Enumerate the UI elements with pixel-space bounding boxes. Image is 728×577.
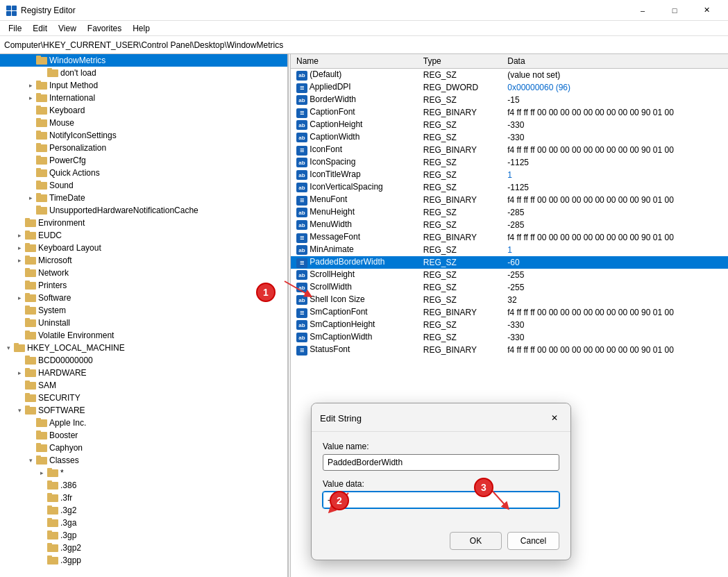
maximize-button[interactable]: □ bbox=[659, 0, 691, 21]
tree-expander-icon[interactable]: ▸ bbox=[25, 92, 36, 103]
tree-item[interactable]: Apple Inc. bbox=[0, 417, 287, 429]
tree-item[interactable]: Personalization bbox=[0, 142, 287, 154]
tree-expander-icon[interactable] bbox=[14, 217, 25, 228]
table-row[interactable]: ab CaptionWidthREG_SZ-330 bbox=[291, 131, 728, 144]
menu-view[interactable]: View bbox=[53, 22, 82, 35]
tree-item[interactable]: SAM bbox=[0, 379, 287, 392]
table-row[interactable]: ☰ MessageFontREG_BINARYf4 ff ff ff 00 00… bbox=[291, 231, 728, 244]
tree-expander-icon[interactable]: ▸ bbox=[14, 255, 25, 266]
tree-item[interactable]: ▸Keyboard Layout bbox=[0, 242, 287, 254]
tree-item[interactable]: .3g2 bbox=[0, 504, 287, 517]
table-row[interactable]: ab (Default)REG_SZ(value not set) bbox=[291, 69, 728, 81]
table-row[interactable]: ab CaptionHeightREG_SZ-330 bbox=[291, 119, 728, 131]
tree-item[interactable]: SECURITY bbox=[0, 392, 287, 404]
tree-expander-icon[interactable]: ▸ bbox=[14, 367, 25, 378]
cancel-button[interactable]: Cancel bbox=[507, 532, 559, 550]
tree-item[interactable]: Uninstall bbox=[0, 317, 287, 329]
tree-item[interactable]: NotifyIconSettings bbox=[0, 129, 287, 142]
tree-expander-icon[interactable]: ▸ bbox=[14, 242, 25, 253]
tree-expander-icon[interactable] bbox=[14, 392, 25, 403]
tree-item[interactable]: ▸Software bbox=[0, 292, 287, 304]
tree-expander-icon[interactable] bbox=[36, 480, 47, 491]
table-row[interactable]: ☰ StatusFontREG_BINARYf4 ff ff ff 00 00 … bbox=[291, 344, 728, 356]
table-row[interactable]: ab MinAnimateREG_SZ1 bbox=[291, 244, 728, 256]
value-name-input[interactable] bbox=[323, 454, 559, 471]
menu-help[interactable]: Help bbox=[127, 22, 155, 35]
tree-item[interactable]: .3gp2 bbox=[0, 542, 287, 554]
menu-file[interactable]: File bbox=[3, 22, 27, 35]
tree-item[interactable]: Caphyon bbox=[0, 442, 287, 454]
tree-expander-icon[interactable] bbox=[36, 505, 47, 516]
tree-expander-icon[interactable]: ▾ bbox=[3, 342, 14, 353]
tree-expander-icon[interactable]: ▾ bbox=[14, 405, 25, 416]
tree-expander-icon[interactable] bbox=[14, 305, 25, 316]
tree-item[interactable]: .386 bbox=[0, 479, 287, 492]
tree-item[interactable]: Mouse bbox=[0, 117, 287, 129]
tree-expander-icon[interactable] bbox=[25, 130, 36, 141]
tree-expander-icon[interactable] bbox=[25, 430, 36, 441]
table-row[interactable]: ☰ PaddedBorderWidthREG_SZ-60 bbox=[291, 256, 728, 269]
tree-item[interactable]: System bbox=[0, 304, 287, 317]
tree-expander-icon[interactable] bbox=[25, 142, 36, 153]
table-row[interactable]: ☰ IconFontREG_BINARYf4 ff ff ff 00 00 00… bbox=[291, 144, 728, 156]
table-row[interactable]: ☰ AppliedDPIREG_DWORD0x00000060 (96) bbox=[291, 81, 728, 94]
dialog-close-button[interactable]: ✕ bbox=[547, 410, 562, 426]
table-row[interactable]: ab SmCaptionHeightREG_SZ-330 bbox=[291, 319, 728, 331]
tree-item[interactable]: Keyboard bbox=[0, 104, 287, 117]
minimize-button[interactable]: – bbox=[627, 0, 659, 21]
table-row[interactable]: ab ScrollHeightREG_SZ-255 bbox=[291, 269, 728, 281]
tree-expander-icon[interactable]: ▾ bbox=[25, 455, 36, 466]
tree-expander-icon[interactable] bbox=[36, 542, 47, 553]
table-row[interactable]: ☰ MenuFontREG_BINARYf4 ff ff ff 00 00 00… bbox=[291, 194, 728, 206]
ok-button[interactable]: OK bbox=[450, 532, 502, 550]
tree-expander-icon[interactable] bbox=[25, 180, 36, 191]
table-row[interactable]: ab IconVerticalSpacingREG_SZ-1125 bbox=[291, 181, 728, 194]
table-row[interactable]: ab SmCaptionWidthREG_SZ-330 bbox=[291, 331, 728, 344]
tree-item[interactable]: Sound bbox=[0, 179, 287, 192]
tree-item[interactable]: ▸* bbox=[0, 467, 287, 479]
tree-expander-icon[interactable] bbox=[14, 267, 25, 278]
tree-expander-icon[interactable]: ▸ bbox=[25, 192, 36, 203]
tree-item[interactable]: ▸TimeDate bbox=[0, 192, 287, 204]
tree-expander-icon[interactable] bbox=[14, 330, 25, 341]
close-button[interactable]: ✕ bbox=[691, 0, 722, 21]
table-row[interactable]: ab MenuHeightREG_SZ-285 bbox=[291, 206, 728, 219]
tree-item[interactable]: ▾HKEY_LOCAL_MACHINE bbox=[0, 342, 287, 354]
tree-item[interactable]: ▸Microsoft bbox=[0, 254, 287, 267]
tree-item[interactable]: .3gp bbox=[0, 529, 287, 542]
tree-expander-icon[interactable] bbox=[36, 555, 47, 566]
tree-item[interactable]: ▾Classes bbox=[0, 454, 287, 467]
tree-item[interactable]: Network bbox=[0, 267, 287, 279]
table-row[interactable]: ab IconSpacingREG_SZ-1125 bbox=[291, 156, 728, 169]
table-row[interactable]: ☰ CaptionFontREG_BINARYf4 ff ff ff 00 00… bbox=[291, 106, 728, 119]
tree-item[interactable]: PowerCfg bbox=[0, 154, 287, 167]
tree-expander-icon[interactable] bbox=[25, 117, 36, 128]
tree-item[interactable]: ▸EUDC bbox=[0, 229, 287, 242]
tree-item[interactable]: UnsupportedHardwareNotificationCache bbox=[0, 204, 287, 217]
tree-item[interactable]: WindowMetrics bbox=[0, 54, 287, 67]
tree-item[interactable]: .3fr bbox=[0, 492, 287, 504]
tree-expander-icon[interactable] bbox=[25, 155, 36, 166]
tree-item[interactable]: don't load bbox=[0, 67, 287, 79]
tree-expander-icon[interactable] bbox=[25, 55, 36, 66]
tree-expander-icon[interactable] bbox=[36, 492, 47, 503]
tree-expander-icon[interactable] bbox=[36, 67, 47, 78]
tree-item[interactable]: .3gpp bbox=[0, 554, 287, 567]
tree-expander-icon[interactable] bbox=[25, 442, 36, 453]
tree-expander-icon[interactable]: ▸ bbox=[36, 467, 47, 478]
value-data-input[interactable] bbox=[323, 492, 559, 508]
table-row[interactable]: ab BorderWidthREG_SZ-15 bbox=[291, 94, 728, 106]
tree-item[interactable]: Volatile Environment bbox=[0, 329, 287, 342]
tree-item[interactable]: ▸International bbox=[0, 92, 287, 104]
tree-item[interactable]: Booster bbox=[0, 429, 287, 442]
tree-panel[interactable]: WindowMetricsdon't load▸Input Method▸Int… bbox=[0, 54, 288, 577]
tree-expander-icon[interactable] bbox=[25, 105, 36, 116]
tree-item[interactable]: ▸HARDWARE bbox=[0, 367, 287, 379]
tree-expander-icon[interactable] bbox=[25, 167, 36, 178]
tree-expander-icon[interactable]: ▸ bbox=[14, 292, 25, 303]
menu-favorites[interactable]: Favorites bbox=[82, 22, 127, 35]
table-row[interactable]: ab ScrollWidthREG_SZ-255 bbox=[291, 281, 728, 294]
tree-item[interactable]: ▸Input Method bbox=[0, 79, 287, 92]
tree-expander-icon[interactable] bbox=[36, 530, 47, 541]
table-row[interactable]: ab IconTitleWrapREG_SZ1 bbox=[291, 169, 728, 181]
